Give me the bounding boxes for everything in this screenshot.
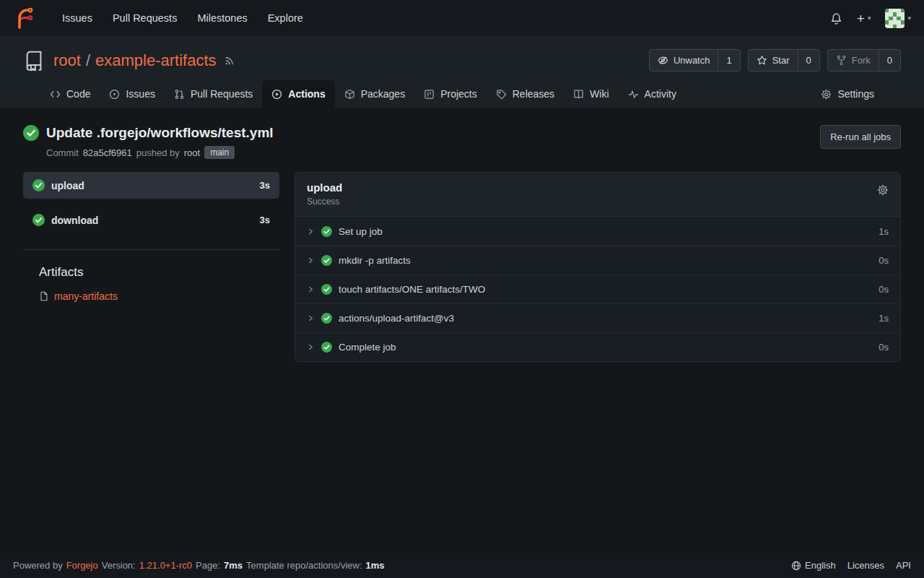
version-label: Version: xyxy=(102,560,136,571)
step-name: mkdir -p artifacts xyxy=(339,255,411,266)
fork-label: Fork xyxy=(852,55,871,66)
tab-packages[interactable]: Packages xyxy=(335,80,414,108)
forgejo-app: Issues Pull Requests Milestones Explore … xyxy=(0,0,924,578)
tab-label: Activity xyxy=(645,88,676,100)
success-check-icon xyxy=(321,342,332,353)
job-duration: 3s xyxy=(260,215,270,225)
stars-count[interactable]: 0 xyxy=(798,50,819,71)
forks-count[interactable]: 0 xyxy=(879,50,900,71)
fork-button[interactable]: Fork 0 xyxy=(827,49,901,72)
globe-icon xyxy=(791,561,801,571)
nav-item-milestones[interactable]: Milestones xyxy=(187,0,257,36)
api-link[interactable]: API xyxy=(896,560,911,571)
tab-issues[interactable]: Issues xyxy=(100,80,164,108)
rss-icon[interactable] xyxy=(224,54,236,66)
step-duration: 0s xyxy=(879,342,889,353)
tab-wiki[interactable]: Wiki xyxy=(564,80,618,108)
footer-left: Powered by Forgejo Version: 1.21.0+1-rc0… xyxy=(13,560,385,571)
step-row-upload-artifact[interactable]: actions/upload-artifact@v3 1s xyxy=(295,303,900,332)
fork-label-part: Fork xyxy=(828,50,879,71)
user-menu[interactable]: ▾ xyxy=(885,9,911,28)
run-title-block: Update .forgejo/workflows/test.yml Commi… xyxy=(23,125,274,159)
caret-down-icon: ▾ xyxy=(868,14,871,22)
job-name: upload xyxy=(51,180,84,191)
commit-sha-link[interactable]: 82a5cf6961 xyxy=(83,147,132,158)
artifact-link[interactable]: many-artifacts xyxy=(54,290,118,302)
step-duration: 0s xyxy=(879,255,889,266)
tab-label: Settings xyxy=(837,88,874,100)
breadcrumb-separator: / xyxy=(86,51,90,70)
step-row-complete-job[interactable]: Complete job 0s xyxy=(295,332,900,361)
tab-label: Releases xyxy=(513,88,554,100)
step-row-touch-artifacts[interactable]: touch artifacts/ONE artifacts/TWO 0s xyxy=(295,275,900,303)
tab-label: Actions xyxy=(288,88,325,100)
navbar-right: + ▾ ▾ xyxy=(830,9,911,28)
forgejo-logo-icon[interactable] xyxy=(13,7,35,29)
page-footer: Powered by Forgejo Version: 1.21.0+1-rc0… xyxy=(0,553,924,578)
pulse-icon xyxy=(628,89,639,100)
job-item-download[interactable]: download 3s xyxy=(23,207,279,233)
step-name: actions/upload-artifact@v3 xyxy=(339,313,454,324)
top-navbar: Issues Pull Requests Milestones Explore … xyxy=(0,0,924,36)
notifications-bell-icon[interactable] xyxy=(830,12,842,25)
template-time-value: 1ms xyxy=(366,560,385,571)
page-time-value: 7ms xyxy=(224,560,243,571)
step-duration: 1s xyxy=(879,313,889,324)
artifact-item[interactable]: many-artifacts xyxy=(39,290,279,302)
nav-item-explore[interactable]: Explore xyxy=(258,0,313,36)
repo-book-icon xyxy=(23,50,45,72)
caret-down-icon: ▾ xyxy=(907,14,911,22)
branch-badge[interactable]: main xyxy=(204,146,235,159)
tab-activity[interactable]: Activity xyxy=(619,80,686,108)
tab-releases[interactable]: Releases xyxy=(487,80,564,108)
chevron-right-icon xyxy=(307,228,315,236)
language-selector[interactable]: English xyxy=(791,560,836,571)
repo-owner-link[interactable]: root xyxy=(53,51,81,70)
repo-name-link[interactable]: example-artifacts xyxy=(95,51,217,70)
step-name: Set up job xyxy=(339,226,383,237)
job-item-upload[interactable]: upload 3s xyxy=(23,172,279,199)
tab-settings[interactable]: Settings xyxy=(811,80,884,108)
unwatch-button[interactable]: Unwatch 1 xyxy=(649,49,741,72)
pushed-by-label: pushed by xyxy=(136,147,180,158)
pull-request-icon xyxy=(174,89,185,100)
tab-projects[interactable]: Projects xyxy=(414,80,487,108)
step-duration: 0s xyxy=(879,284,889,295)
version-link[interactable]: 1.21.0+1-rc0 xyxy=(139,560,192,571)
tab-code[interactable]: Code xyxy=(40,80,100,108)
tab-label: Pull Requests xyxy=(191,88,253,100)
success-check-icon xyxy=(321,313,332,324)
job-steps-list: Set up job 1s mkdir -p artifacts 0s xyxy=(295,216,900,361)
gear-icon[interactable] xyxy=(877,181,889,196)
tab-label: Projects xyxy=(440,88,477,100)
tab-actions[interactable]: Actions xyxy=(262,80,334,108)
job-name: download xyxy=(51,215,98,226)
language-label: English xyxy=(805,560,836,571)
nav-item-issues[interactable]: Issues xyxy=(52,0,103,36)
sidebar-divider xyxy=(23,249,279,250)
star-button[interactable]: Star 0 xyxy=(748,49,820,72)
watchers-count[interactable]: 1 xyxy=(718,50,739,71)
tab-pull-requests[interactable]: Pull Requests xyxy=(165,80,262,108)
repo-tabs: Code Issues Pull Requests xyxy=(23,72,901,108)
forgejo-link[interactable]: Forgejo xyxy=(66,560,98,571)
chevron-right-icon xyxy=(307,285,315,293)
job-status-text: Success xyxy=(307,197,342,207)
repo-breadcrumb: root / example-artifacts xyxy=(53,51,217,70)
project-board-icon xyxy=(424,89,435,100)
licenses-link[interactable]: Licenses xyxy=(847,560,884,571)
create-new-menu[interactable]: + ▾ xyxy=(857,12,871,25)
step-row-mkdir[interactable]: mkdir -p artifacts 0s xyxy=(295,246,900,275)
success-check-icon xyxy=(23,125,39,141)
nav-item-pull-requests[interactable]: Pull Requests xyxy=(103,0,187,36)
job-duration: 3s xyxy=(260,180,270,191)
run-content: upload 3s download 3s Artifacts xyxy=(23,172,901,362)
unwatch-label-part: Unwatch xyxy=(650,50,718,71)
jobs-sidebar: upload 3s download 3s Artifacts xyxy=(23,172,279,362)
footer-right: English Licenses API xyxy=(791,560,911,571)
tag-icon xyxy=(496,89,507,100)
rerun-all-jobs-button[interactable]: Re-run all jobs xyxy=(820,125,901,149)
step-row-setup-job[interactable]: Set up job 1s xyxy=(295,217,900,246)
pusher-link[interactable]: root xyxy=(184,147,200,158)
success-check-icon xyxy=(321,226,332,237)
